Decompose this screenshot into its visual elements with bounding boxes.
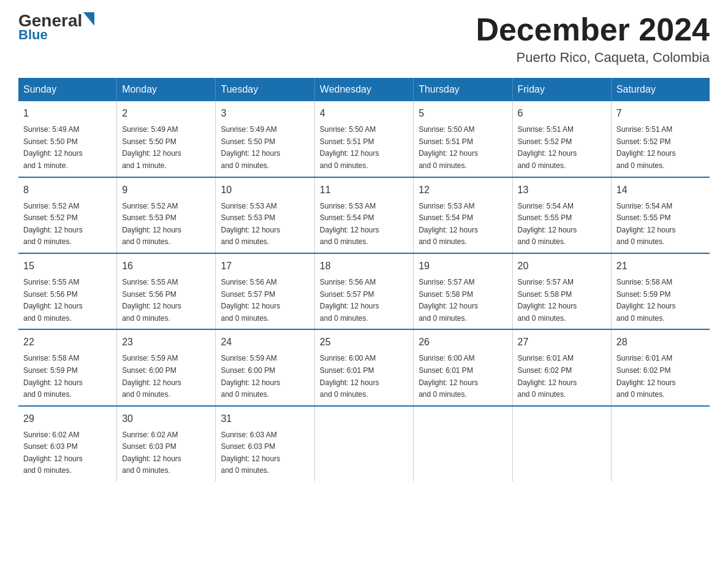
calendar-cell — [414, 406, 512, 481]
calendar-cell: 29 Sunrise: 6:02 AMSunset: 6:03 PMDaylig… — [18, 406, 117, 481]
calendar-cell — [611, 406, 710, 481]
logo-triangle-icon — [83, 12, 94, 26]
calendar-cell: 4 Sunrise: 5:50 AMSunset: 5:51 PMDayligh… — [314, 101, 413, 177]
calendar-cell: 23 Sunrise: 5:59 AMSunset: 6:00 PMDaylig… — [117, 329, 216, 405]
calendar-cell: 7 Sunrise: 5:51 AMSunset: 5:52 PMDayligh… — [611, 101, 710, 177]
day-number: 5 — [419, 106, 507, 121]
calendar-cell: 16 Sunrise: 5:55 AMSunset: 5:56 PMDaylig… — [117, 253, 216, 329]
day-number: 31 — [221, 412, 309, 426]
day-number: 15 — [23, 259, 112, 274]
header-wednesday: Wednesday — [314, 78, 413, 101]
day-info: Sunrise: 5:59 AMSunset: 6:00 PMDaylight:… — [122, 354, 181, 399]
calendar-cell: 15 Sunrise: 5:55 AMSunset: 5:56 PMDaylig… — [18, 253, 117, 329]
day-number: 26 — [419, 335, 507, 350]
calendar-cell: 21 Sunrise: 5:58 AMSunset: 5:59 PMDaylig… — [611, 253, 710, 329]
day-number: 8 — [23, 183, 112, 197]
day-number: 12 — [419, 183, 507, 197]
header-tuesday: Tuesday — [216, 78, 314, 101]
calendar-week-row: 1 Sunrise: 5:49 AMSunset: 5:50 PMDayligh… — [18, 101, 710, 177]
day-number: 24 — [221, 335, 309, 350]
calendar-cell: 31 Sunrise: 6:03 AMSunset: 6:03 PMDaylig… — [216, 406, 314, 481]
calendar-cell: 26 Sunrise: 6:00 AMSunset: 6:01 PMDaylig… — [414, 329, 512, 405]
calendar-cell: 8 Sunrise: 5:52 AMSunset: 5:52 PMDayligh… — [18, 177, 117, 253]
header-thursday: Thursday — [414, 78, 512, 101]
day-number: 27 — [518, 335, 606, 350]
page-header: General Blue December 2024 Puerto Rico, … — [18, 12, 710, 66]
day-number: 18 — [320, 259, 408, 274]
day-info: Sunrise: 5:56 AMSunset: 5:57 PMDaylight:… — [221, 278, 280, 323]
day-info: Sunrise: 5:53 AMSunset: 5:53 PMDaylight:… — [221, 202, 280, 247]
calendar-week-row: 29 Sunrise: 6:02 AMSunset: 6:03 PMDaylig… — [18, 406, 710, 481]
day-number: 4 — [320, 106, 408, 121]
header-friday: Friday — [512, 78, 611, 101]
calendar-cell: 22 Sunrise: 5:58 AMSunset: 5:59 PMDaylig… — [18, 329, 117, 405]
calendar-cell: 9 Sunrise: 5:52 AMSunset: 5:53 PMDayligh… — [117, 177, 216, 253]
day-info: Sunrise: 5:49 AMSunset: 5:50 PMDaylight:… — [122, 125, 181, 170]
header-sunday: Sunday — [18, 78, 117, 101]
calendar-cell: 11 Sunrise: 5:53 AMSunset: 5:54 PMDaylig… — [314, 177, 413, 253]
calendar-cell: 6 Sunrise: 5:51 AMSunset: 5:52 PMDayligh… — [512, 101, 611, 177]
svg-marker-0 — [83, 12, 94, 26]
calendar-cell: 10 Sunrise: 5:53 AMSunset: 5:53 PMDaylig… — [216, 177, 314, 253]
day-info: Sunrise: 6:03 AMSunset: 6:03 PMDaylight:… — [221, 431, 280, 475]
day-info: Sunrise: 5:49 AMSunset: 5:50 PMDaylight:… — [23, 125, 83, 170]
calendar-cell: 24 Sunrise: 5:59 AMSunset: 6:00 PMDaylig… — [216, 329, 314, 405]
calendar-cell: 17 Sunrise: 5:56 AMSunset: 5:57 PMDaylig… — [216, 253, 314, 329]
day-info: Sunrise: 5:51 AMSunset: 5:52 PMDaylight:… — [518, 125, 577, 170]
day-info: Sunrise: 6:00 AMSunset: 6:01 PMDaylight:… — [320, 354, 379, 399]
day-number: 21 — [616, 259, 705, 274]
day-info: Sunrise: 5:52 AMSunset: 5:53 PMDaylight:… — [122, 202, 181, 247]
header-monday: Monday — [117, 78, 216, 101]
day-info: Sunrise: 6:00 AMSunset: 6:01 PMDaylight:… — [419, 354, 478, 399]
calendar-cell: 30 Sunrise: 6:02 AMSunset: 6:03 PMDaylig… — [117, 406, 216, 481]
day-number: 1 — [23, 106, 112, 121]
day-number: 25 — [320, 335, 408, 350]
day-number: 13 — [518, 183, 606, 197]
title-section: December 2024 Puerto Rico, Caqueta, Colo… — [476, 12, 710, 66]
day-number: 22 — [23, 335, 112, 350]
calendar-cell: 20 Sunrise: 5:57 AMSunset: 5:58 PMDaylig… — [512, 253, 611, 329]
day-number: 29 — [23, 412, 112, 426]
day-info: Sunrise: 5:58 AMSunset: 5:59 PMDaylight:… — [616, 278, 676, 323]
calendar-cell: 3 Sunrise: 5:49 AMSunset: 5:50 PMDayligh… — [216, 101, 314, 177]
calendar-cell: 28 Sunrise: 6:01 AMSunset: 6:02 PMDaylig… — [611, 329, 710, 405]
logo-blue: Blue — [18, 27, 48, 43]
day-info: Sunrise: 5:57 AMSunset: 5:58 PMDaylight:… — [518, 278, 577, 323]
calendar-week-row: 22 Sunrise: 5:58 AMSunset: 5:59 PMDaylig… — [18, 329, 710, 405]
day-number: 3 — [221, 106, 309, 121]
calendar-subtitle: Puerto Rico, Caqueta, Colombia — [476, 50, 710, 66]
day-number: 17 — [221, 259, 309, 274]
day-number: 7 — [616, 106, 705, 121]
day-info: Sunrise: 5:58 AMSunset: 5:59 PMDaylight:… — [23, 354, 83, 399]
day-info: Sunrise: 6:01 AMSunset: 6:02 PMDaylight:… — [616, 354, 676, 399]
day-number: 10 — [221, 183, 309, 197]
calendar-cell: 5 Sunrise: 5:50 AMSunset: 5:51 PMDayligh… — [414, 101, 512, 177]
calendar-cell: 19 Sunrise: 5:57 AMSunset: 5:58 PMDaylig… — [414, 253, 512, 329]
day-info: Sunrise: 6:02 AMSunset: 6:03 PMDaylight:… — [122, 431, 181, 475]
calendar-cell: 2 Sunrise: 5:49 AMSunset: 5:50 PMDayligh… — [117, 101, 216, 177]
calendar-week-row: 15 Sunrise: 5:55 AMSunset: 5:56 PMDaylig… — [18, 253, 710, 329]
calendar-week-row: 8 Sunrise: 5:52 AMSunset: 5:52 PMDayligh… — [18, 177, 710, 253]
calendar-header-row: Sunday Monday Tuesday Wednesday Thursday… — [18, 78, 710, 101]
header-saturday: Saturday — [611, 78, 710, 101]
calendar-cell — [314, 406, 413, 481]
day-number: 9 — [122, 183, 210, 197]
calendar-cell: 13 Sunrise: 5:54 AMSunset: 5:55 PMDaylig… — [512, 177, 611, 253]
day-info: Sunrise: 6:02 AMSunset: 6:03 PMDaylight:… — [23, 431, 83, 475]
day-info: Sunrise: 5:49 AMSunset: 5:50 PMDaylight:… — [221, 125, 280, 170]
day-info: Sunrise: 5:55 AMSunset: 5:56 PMDaylight:… — [23, 278, 83, 323]
day-info: Sunrise: 5:57 AMSunset: 5:58 PMDaylight:… — [419, 278, 478, 323]
day-number: 14 — [616, 183, 705, 197]
logo: General Blue — [18, 12, 94, 43]
day-number: 28 — [616, 335, 705, 350]
calendar-cell — [512, 406, 611, 481]
day-info: Sunrise: 5:59 AMSunset: 6:00 PMDaylight:… — [221, 354, 280, 399]
day-info: Sunrise: 5:52 AMSunset: 5:52 PMDaylight:… — [23, 202, 83, 247]
calendar-title: December 2024 — [476, 12, 710, 47]
day-info: Sunrise: 5:51 AMSunset: 5:52 PMDaylight:… — [616, 125, 676, 170]
calendar-cell: 14 Sunrise: 5:54 AMSunset: 5:55 PMDaylig… — [611, 177, 710, 253]
day-info: Sunrise: 6:01 AMSunset: 6:02 PMDaylight:… — [518, 354, 577, 399]
day-number: 19 — [419, 259, 507, 274]
calendar-cell: 1 Sunrise: 5:49 AMSunset: 5:50 PMDayligh… — [18, 101, 117, 177]
day-number: 20 — [518, 259, 606, 274]
